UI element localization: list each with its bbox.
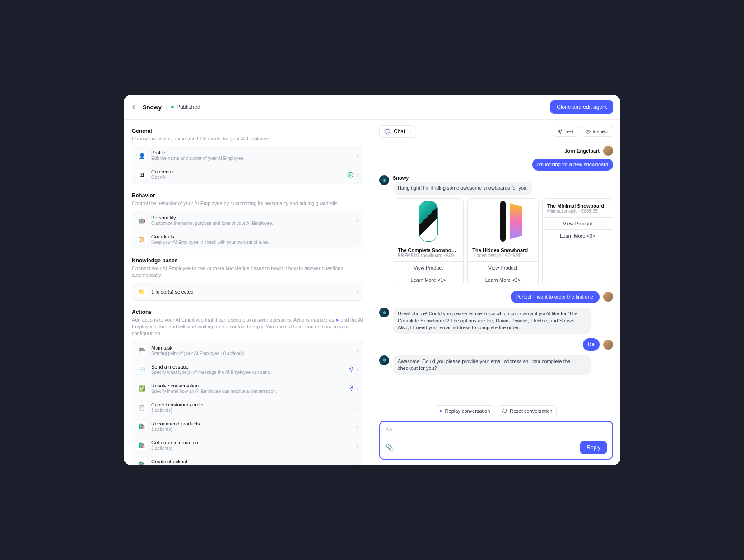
chat-footer: ▸ Replay conversation Reset conversation… (372, 400, 620, 465)
action-row[interactable]: 🛍️ Create checkout 3 action(s) › (132, 455, 363, 465)
learn-more-button[interactable]: Learn More <1> (393, 274, 463, 286)
bubble: Perfect, I want to order the first one! (511, 291, 600, 303)
action-icon: 📋 (137, 402, 147, 412)
btn-label: Test (564, 129, 573, 134)
row-sub: 1 action(s) (151, 407, 356, 413)
refresh-icon (502, 408, 507, 413)
chat-header: 💬 Chat ⌄ Test Inspect (372, 120, 620, 143)
user-avatar (603, 340, 613, 350)
user-name: Jorn Engelbart (564, 148, 600, 154)
reset-button[interactable]: Reset conversation (498, 405, 557, 416)
user-avatar (603, 292, 613, 302)
chevron-right-icon: › (356, 288, 358, 295)
mode-selector[interactable]: 💬 Chat ⌄ (379, 125, 416, 138)
clone-edit-button[interactable]: Clone and edit agent (550, 100, 613, 114)
app-frame: Snowy Published Clone and edit agent Gen… (124, 95, 620, 465)
send-icon: ➤ (335, 317, 339, 322)
status-text: Published (177, 104, 200, 110)
action-icon: ✉️ (137, 364, 147, 374)
row-sub: Starting point of your AI Employee · 0 a… (151, 350, 356, 356)
product-card: The Complete Snowboard PREMIUM snowboard… (393, 198, 464, 286)
product-card: The Hidden Snowboard Hidden design · €74… (467, 198, 538, 286)
section-desc: Connect your AI Employee to one or more … (132, 265, 363, 279)
chevron-right-icon: › (356, 385, 358, 392)
chevron-right-icon: › (356, 442, 358, 449)
bot-avatar: ❄ (379, 175, 389, 185)
personality-row[interactable]: 🤖 Personality Customize the name, purpos… (132, 211, 363, 230)
learn-more-button[interactable]: Learn More <2> (468, 274, 538, 286)
action-icon: 🛍️ (137, 440, 147, 450)
row-sub: 3 action(s) (151, 464, 356, 465)
section-behavior: Behavior Control the behavior of your AI… (132, 192, 363, 249)
action-icon: ✅ (137, 383, 147, 393)
user-info: Jorn Engelbart (379, 146, 613, 156)
view-product-button[interactable]: View Product (393, 261, 463, 274)
section-general: General Choose an avatar, name and LLM m… (132, 128, 363, 184)
action-icon: 🏁 (137, 345, 147, 355)
row-sub: 3 action(s) (151, 445, 356, 451)
action-row[interactable]: ✅ Resolve conversation Specify if and ho… (132, 379, 363, 398)
view-product-button[interactable]: View Product (468, 261, 538, 274)
view-product-button[interactable]: View Product (543, 217, 613, 229)
row-title: Guardrails (151, 234, 356, 239)
status-badge: Published (171, 104, 200, 110)
status-dot-icon (171, 106, 174, 108)
user-avatar (603, 146, 613, 156)
message-bot: ❄ Great choice! Could you please let me … (379, 308, 613, 334)
back-button[interactable] (131, 103, 138, 111)
inspect-button[interactable]: Inspect (581, 126, 613, 137)
action-row[interactable]: 🛍️ Recommend products 1 action(s) › (132, 417, 363, 436)
btn-label: Replay conversation (445, 408, 490, 414)
send-icon (557, 129, 562, 134)
agent-name: Snowy (143, 104, 162, 111)
row-title: Personality (151, 215, 356, 220)
action-row[interactable]: 📋 Cancel customers order 1 action(s) › (132, 398, 363, 417)
profile-icon: 👤 (137, 151, 147, 161)
row-title: Recommend products (151, 421, 356, 426)
reply-button[interactable]: Reply (580, 441, 607, 454)
bubble: Hang tight! I'm finding some awesome sno… (393, 182, 533, 194)
action-icon: 🛍️ (137, 459, 147, 465)
row-sub: Keep your AI Employee in check with your… (151, 239, 356, 245)
chevron-right-icon: › (356, 217, 358, 224)
action-row[interactable]: ✉️ Send a message Specify what type(s) o… (132, 360, 363, 379)
bot-avatar: ❄ (379, 355, 389, 365)
top-bar: Snowy Published Clone and edit agent (124, 95, 620, 120)
btn-label: Reset conversation (510, 408, 552, 414)
config-panel: General Choose an avatar, name and LLM m… (124, 120, 372, 465)
action-row[interactable]: 🛍️ Get order information 3 action(s) › (132, 436, 363, 455)
row-sub: Edit the name and avatar of your AI Empl… (151, 155, 356, 161)
chevron-right-icon: › (356, 236, 358, 243)
product-subtitle: Minimalist style · €885.95 (547, 209, 608, 214)
chevron-right-icon: › (356, 152, 358, 159)
section-title: Behavior (132, 192, 363, 199)
message-input[interactable] (386, 426, 607, 433)
send-icon (348, 386, 353, 391)
chevron-right-icon: › (356, 366, 358, 373)
guardrails-row[interactable]: 📜 Guardrails Keep your AI Employee in ch… (132, 230, 363, 249)
section-title: General (132, 128, 363, 134)
row-sub: OpenAI (151, 174, 347, 180)
test-button[interactable]: Test (553, 126, 578, 137)
action-row[interactable]: 🏁 Main task Starting point of your AI Em… (132, 341, 363, 360)
row-title: Main task (151, 345, 356, 350)
section-desc: Control the behavior of your AI Employee… (132, 200, 363, 207)
eye-icon (586, 129, 591, 134)
product-cards: The Complete Snowboard PREMIUM snowboard… (393, 198, 613, 286)
svg-point-1 (587, 131, 589, 132)
profile-row[interactable]: 👤 Profile Edit the name and avatar of yo… (132, 146, 363, 165)
learn-more-button[interactable]: Learn More <3> (543, 229, 613, 242)
message-bot: ❄ Awesome! Could you please provide your… (379, 355, 613, 375)
row-title: Cancel customers order (151, 402, 356, 407)
product-image (468, 199, 538, 244)
attach-icon[interactable]: 📎 (386, 443, 394, 452)
product-title: The Complete Snowboard (398, 247, 459, 253)
connector-row[interactable]: ⊞ Connector OpenAI › (132, 165, 363, 184)
connector-icon: ⊞ (137, 170, 147, 180)
product-title: The Hidden Snowboard (472, 247, 533, 253)
kb-folders-row[interactable]: 📁 1 folder(s) selected › (132, 283, 363, 300)
row-sub: Specify if and how an AI Employee can re… (151, 388, 348, 394)
chat-log: Jorn Engelbart I'm looking for a new sno… (372, 143, 620, 400)
replay-button[interactable]: ▸ Replay conversation (436, 405, 495, 416)
chat-panel: 💬 Chat ⌄ Test Inspect Jo (372, 120, 620, 465)
